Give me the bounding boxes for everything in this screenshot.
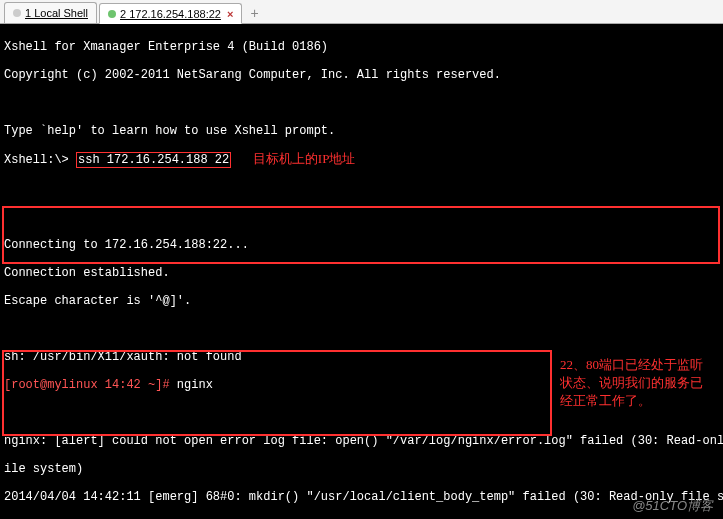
escape-char: Escape character is '^@]'. [4, 294, 719, 308]
tab-label: 1 Local Shell [25, 7, 88, 19]
copyright: Copyright (c) 2002-2011 NetSarang Comput… [4, 68, 719, 82]
close-icon[interactable]: × [227, 8, 233, 20]
established: Connection established. [4, 266, 719, 280]
ssh-command: ssh 172.16.254.188 22 [76, 152, 231, 168]
tab-bar: 1 Local Shell 2 172.16.254.188:22 × + [0, 0, 723, 24]
nginx-error-cont: ile system) [4, 462, 719, 476]
nginx-error2: 2014/04/04 14:42:11 [emerg] 68#0: mkdir(… [4, 490, 719, 504]
annotation-ip: 目标机上的IP地址 [253, 151, 356, 166]
nginx-error: nginx: [alert] could not open error log … [4, 434, 719, 448]
tab-ssh-session[interactable]: 2 172.16.254.188:22 × [99, 3, 242, 24]
watermark: @51CTO博客 [632, 497, 713, 515]
banner: Xshell for Xmanager Enterprise 4 (Build … [4, 40, 719, 54]
tab-local-shell[interactable]: 1 Local Shell [4, 2, 97, 23]
annotation-ports: 22、80端口已经处于监听状态、说明我们的服务已经正常工作了。 [560, 356, 715, 410]
status-dot-icon [108, 10, 116, 18]
netstat-highlight-box [2, 350, 552, 436]
xshell-prompt: Xshell:\> [4, 153, 69, 167]
help-hint: Type `help' to learn how to use Xshell p… [4, 124, 719, 138]
tab-label: 2 172.16.254.188:22 [120, 8, 221, 20]
status-dot-icon [13, 9, 21, 17]
error-highlight-box [2, 206, 720, 264]
terminal[interactable]: Xshell for Xmanager Enterprise 4 (Build … [0, 24, 723, 519]
new-tab-button[interactable]: + [244, 3, 264, 23]
